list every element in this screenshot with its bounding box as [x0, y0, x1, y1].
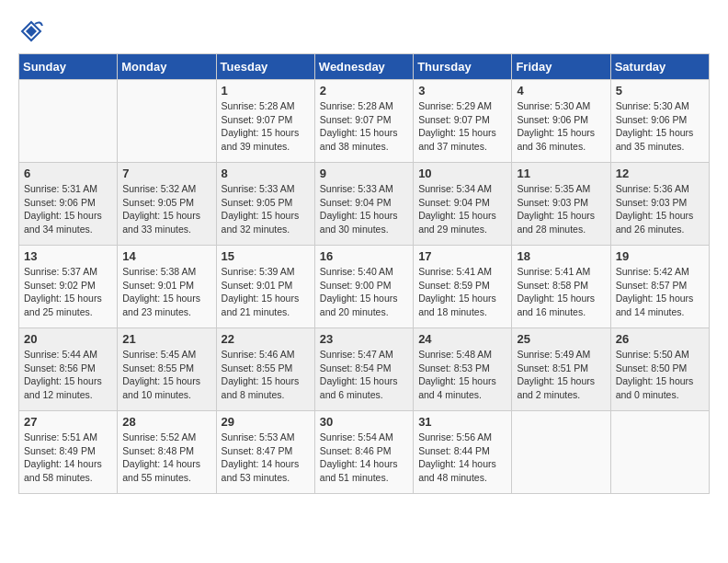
day-detail: Sunrise: 5:45 AM Sunset: 8:55 PM Dayligh…	[122, 348, 210, 402]
calendar-cell: 15Sunrise: 5:39 AM Sunset: 9:01 PM Dayli…	[216, 246, 314, 328]
day-number: 25	[517, 332, 605, 346]
day-detail: Sunrise: 5:41 AM Sunset: 8:59 PM Dayligh…	[418, 265, 506, 319]
calendar-cell: 14Sunrise: 5:38 AM Sunset: 9:01 PM Dayli…	[118, 246, 216, 328]
calendar-cell: 12Sunrise: 5:36 AM Sunset: 9:03 PM Dayli…	[610, 163, 709, 246]
day-detail: Sunrise: 5:44 AM Sunset: 8:56 PM Dayligh…	[24, 348, 112, 402]
calendar-cell	[19, 80, 118, 163]
col-header-tuesday: Tuesday	[216, 54, 314, 80]
day-detail: Sunrise: 5:33 AM Sunset: 9:04 PM Dayligh…	[320, 182, 408, 236]
day-number: 18	[517, 249, 605, 263]
calendar-cell: 10Sunrise: 5:34 AM Sunset: 9:04 PM Dayli…	[414, 163, 512, 246]
day-number: 24	[418, 332, 506, 346]
col-header-saturday: Saturday	[610, 54, 709, 80]
day-number: 26	[616, 332, 704, 346]
calendar-cell: 27Sunrise: 5:51 AM Sunset: 8:49 PM Dayli…	[19, 411, 118, 494]
calendar-cell: 28Sunrise: 5:52 AM Sunset: 8:48 PM Dayli…	[118, 411, 216, 494]
page-header	[18, 18, 710, 44]
day-number: 4	[517, 84, 605, 98]
day-number: 19	[616, 249, 704, 263]
day-number: 28	[122, 415, 210, 429]
calendar-cell	[610, 411, 709, 494]
day-number: 23	[320, 332, 408, 346]
col-header-friday: Friday	[512, 54, 610, 80]
day-detail: Sunrise: 5:33 AM Sunset: 9:05 PM Dayligh…	[222, 182, 310, 236]
calendar-cell: 30Sunrise: 5:54 AM Sunset: 8:46 PM Dayli…	[314, 411, 413, 494]
day-detail: Sunrise: 5:39 AM Sunset: 9:01 PM Dayligh…	[222, 265, 310, 319]
day-detail: Sunrise: 5:53 AM Sunset: 8:47 PM Dayligh…	[222, 431, 310, 485]
day-number: 6	[24, 167, 112, 180]
day-number: 11	[517, 167, 605, 180]
day-number: 21	[122, 332, 210, 346]
day-number: 20	[24, 332, 112, 346]
col-header-sunday: Sunday	[19, 54, 118, 80]
day-number: 3	[418, 84, 506, 98]
day-detail: Sunrise: 5:52 AM Sunset: 8:48 PM Dayligh…	[122, 431, 210, 485]
header-row: SundayMondayTuesdayWednesdayThursdayFrid…	[19, 54, 710, 80]
calendar-cell: 21Sunrise: 5:45 AM Sunset: 8:55 PM Dayli…	[118, 328, 216, 411]
calendar-cell: 19Sunrise: 5:42 AM Sunset: 8:57 PM Dayli…	[610, 246, 709, 328]
calendar-cell: 13Sunrise: 5:37 AM Sunset: 9:02 PM Dayli…	[19, 246, 118, 328]
day-detail: Sunrise: 5:37 AM Sunset: 9:02 PM Dayligh…	[24, 265, 112, 319]
calendar-cell	[118, 80, 216, 163]
day-detail: Sunrise: 5:36 AM Sunset: 9:03 PM Dayligh…	[616, 182, 704, 236]
calendar-cell: 1Sunrise: 5:28 AM Sunset: 9:07 PM Daylig…	[216, 80, 314, 163]
day-number: 8	[222, 167, 310, 180]
logo-icon	[18, 18, 44, 44]
day-number: 22	[222, 332, 310, 346]
day-detail: Sunrise: 5:28 AM Sunset: 9:07 PM Dayligh…	[222, 99, 310, 154]
calendar-week-5: 27Sunrise: 5:51 AM Sunset: 8:49 PM Dayli…	[19, 411, 710, 494]
day-number: 1	[222, 84, 310, 98]
day-detail: Sunrise: 5:32 AM Sunset: 9:05 PM Dayligh…	[122, 182, 210, 236]
calendar-week-4: 20Sunrise: 5:44 AM Sunset: 8:56 PM Dayli…	[19, 328, 710, 411]
col-header-wednesday: Wednesday	[314, 54, 413, 80]
day-number: 5	[616, 84, 704, 98]
calendar-week-1: 1Sunrise: 5:28 AM Sunset: 9:07 PM Daylig…	[19, 80, 710, 163]
day-detail: Sunrise: 5:54 AM Sunset: 8:46 PM Dayligh…	[320, 431, 408, 485]
calendar-cell: 5Sunrise: 5:30 AM Sunset: 9:06 PM Daylig…	[610, 80, 709, 163]
day-number: 12	[616, 167, 704, 180]
day-number: 29	[222, 415, 310, 429]
day-detail: Sunrise: 5:30 AM Sunset: 9:06 PM Dayligh…	[616, 99, 704, 154]
day-number: 30	[320, 415, 408, 429]
calendar-cell: 7Sunrise: 5:32 AM Sunset: 9:05 PM Daylig…	[118, 163, 216, 246]
calendar-cell: 31Sunrise: 5:56 AM Sunset: 8:44 PM Dayli…	[414, 411, 512, 494]
day-detail: Sunrise: 5:47 AM Sunset: 8:54 PM Dayligh…	[320, 348, 408, 402]
svg-marker-1	[26, 26, 37, 37]
calendar-week-3: 13Sunrise: 5:37 AM Sunset: 9:02 PM Dayli…	[19, 246, 710, 328]
calendar-cell: 4Sunrise: 5:30 AM Sunset: 9:06 PM Daylig…	[512, 80, 610, 163]
calendar-cell: 8Sunrise: 5:33 AM Sunset: 9:05 PM Daylig…	[216, 163, 314, 246]
calendar-cell: 18Sunrise: 5:41 AM Sunset: 8:58 PM Dayli…	[512, 246, 610, 328]
calendar-cell: 6Sunrise: 5:31 AM Sunset: 9:06 PM Daylig…	[19, 163, 118, 246]
day-detail: Sunrise: 5:42 AM Sunset: 8:57 PM Dayligh…	[616, 265, 704, 319]
logo	[18, 18, 48, 44]
calendar-cell: 25Sunrise: 5:49 AM Sunset: 8:51 PM Dayli…	[512, 328, 610, 411]
calendar-cell: 2Sunrise: 5:28 AM Sunset: 9:07 PM Daylig…	[314, 80, 413, 163]
day-number: 14	[122, 249, 210, 263]
calendar-cell: 17Sunrise: 5:41 AM Sunset: 8:59 PM Dayli…	[414, 246, 512, 328]
calendar-cell: 20Sunrise: 5:44 AM Sunset: 8:56 PM Dayli…	[19, 328, 118, 411]
day-detail: Sunrise: 5:50 AM Sunset: 8:50 PM Dayligh…	[616, 348, 704, 402]
col-header-thursday: Thursday	[414, 54, 512, 80]
calendar-cell: 24Sunrise: 5:48 AM Sunset: 8:53 PM Dayli…	[414, 328, 512, 411]
calendar-week-2: 6Sunrise: 5:31 AM Sunset: 9:06 PM Daylig…	[19, 163, 710, 246]
day-detail: Sunrise: 5:30 AM Sunset: 9:06 PM Dayligh…	[517, 99, 605, 154]
day-detail: Sunrise: 5:56 AM Sunset: 8:44 PM Dayligh…	[418, 431, 506, 485]
day-detail: Sunrise: 5:41 AM Sunset: 8:58 PM Dayligh…	[517, 265, 605, 319]
calendar-cell	[512, 411, 610, 494]
day-number: 13	[24, 249, 112, 263]
day-detail: Sunrise: 5:46 AM Sunset: 8:55 PM Dayligh…	[222, 348, 310, 402]
day-detail: Sunrise: 5:34 AM Sunset: 9:04 PM Dayligh…	[418, 182, 506, 236]
day-number: 10	[418, 167, 506, 180]
day-detail: Sunrise: 5:48 AM Sunset: 8:53 PM Dayligh…	[418, 348, 506, 402]
calendar-table: SundayMondayTuesdayWednesdayThursdayFrid…	[18, 53, 710, 494]
col-header-monday: Monday	[118, 54, 216, 80]
day-detail: Sunrise: 5:28 AM Sunset: 9:07 PM Dayligh…	[320, 99, 408, 154]
day-number: 17	[418, 249, 506, 263]
day-detail: Sunrise: 5:29 AM Sunset: 9:07 PM Dayligh…	[418, 99, 506, 154]
day-number: 16	[320, 249, 408, 263]
day-number: 27	[24, 415, 112, 429]
day-number: 15	[222, 249, 310, 263]
day-detail: Sunrise: 5:40 AM Sunset: 9:00 PM Dayligh…	[320, 265, 408, 319]
calendar-cell: 3Sunrise: 5:29 AM Sunset: 9:07 PM Daylig…	[414, 80, 512, 163]
calendar-cell: 11Sunrise: 5:35 AM Sunset: 9:03 PM Dayli…	[512, 163, 610, 246]
